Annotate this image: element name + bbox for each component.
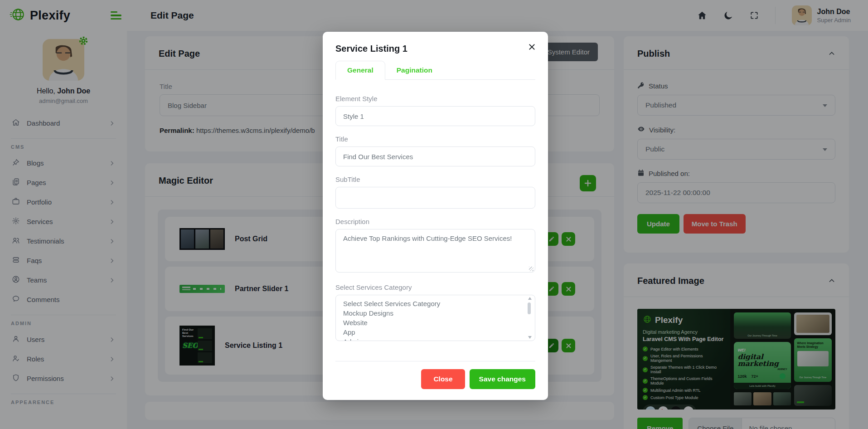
description-label: Description <box>335 218 535 225</box>
subtitle-label: SubTitle <box>335 176 535 183</box>
services-category-listbox[interactable]: Select Select Services Category Mockup D… <box>335 295 535 341</box>
tab-general[interactable]: General <box>335 61 385 80</box>
listbox-option[interactable]: Website <box>336 318 535 327</box>
modal-tabs: General Pagination <box>335 61 535 80</box>
element-style-input[interactable] <box>335 106 535 126</box>
category-label: Select Services Category <box>335 283 535 291</box>
listbox-scrollbar[interactable] <box>527 297 533 339</box>
close-icon[interactable] <box>527 42 537 52</box>
scroll-up-icon <box>528 297 532 300</box>
resize-grip[interactable] <box>529 267 533 271</box>
scroll-down-icon <box>528 336 532 339</box>
service-listing-modal: Service Listing 1 General Pagination Ele… <box>323 32 548 400</box>
listbox-option[interactable]: App <box>336 327 535 337</box>
modal-title: Service Listing 1 <box>335 44 535 54</box>
close-button[interactable]: Close <box>421 369 465 389</box>
listing-title-input[interactable] <box>335 146 535 166</box>
tab-pagination[interactable]: Pagination <box>385 61 444 79</box>
description-textarea[interactable]: Achieve Top Rankings with Cutting-Edge S… <box>335 229 535 273</box>
listbox-option[interactable]: Admin <box>336 337 535 341</box>
save-changes-button[interactable]: Save changes <box>470 369 535 389</box>
scrollbar-thumb <box>528 302 531 314</box>
modal-title-label: Title <box>335 135 535 143</box>
element-style-label: Element Style <box>335 95 535 102</box>
subtitle-input[interactable] <box>335 187 535 209</box>
listbox-option[interactable]: Mockup Designs <box>336 308 535 318</box>
listbox-option[interactable]: Select Select Services Category <box>336 299 535 308</box>
